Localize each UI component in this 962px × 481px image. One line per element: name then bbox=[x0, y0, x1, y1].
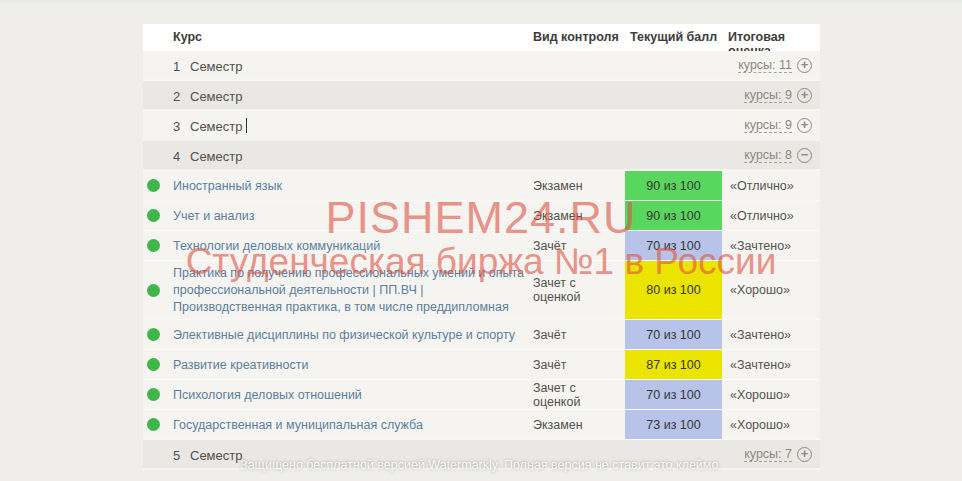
score-cell: 73 из 100 bbox=[625, 410, 722, 439]
score-cell: 70 из 100 bbox=[625, 380, 722, 409]
final-grade: «Хорошо» bbox=[730, 283, 790, 297]
expand-plus-icon[interactable]: + bbox=[797, 118, 812, 133]
final-grade: «Хорошо» bbox=[730, 418, 790, 432]
courses-count-link[interactable]: курсы: 11 bbox=[738, 58, 792, 73]
course-name-link[interactable]: Развитие креативности bbox=[173, 356, 525, 373]
courses-count-link[interactable]: курсы: 9 bbox=[744, 88, 792, 103]
score-cell: 70 из 100 bbox=[625, 231, 722, 260]
score-cell: 70 из 100 bbox=[625, 320, 722, 349]
semester-row-3: 3 Семестр курсы: 9 + bbox=[143, 111, 820, 141]
course-name-link[interactable]: Элективные дисциплины по физической куль… bbox=[173, 326, 525, 343]
score-cell: 87 из 100 bbox=[625, 350, 722, 379]
expand-plus-icon[interactable]: + bbox=[797, 88, 812, 103]
semester-number: 2 bbox=[173, 89, 180, 104]
expand-plus-icon[interactable]: + bbox=[797, 447, 812, 462]
course-name-link[interactable]: Учет и анализ bbox=[173, 207, 525, 224]
control-type: Зачёт bbox=[533, 328, 625, 342]
collapse-minus-icon[interactable]: − bbox=[797, 148, 812, 163]
final-grade: «Отлично» bbox=[730, 179, 794, 193]
header-current-score: Текущий балл bbox=[630, 30, 717, 44]
control-type: Экзамен bbox=[533, 209, 625, 223]
course-status-dot bbox=[147, 328, 160, 341]
semester-number: 5 bbox=[173, 448, 180, 463]
course-row: Иностранный язык Экзамен 90 из 100 «Отли… bbox=[143, 171, 820, 201]
course-name-link[interactable]: Технологии деловых коммуникаций bbox=[173, 237, 525, 254]
course-status-dot bbox=[147, 284, 160, 297]
course-row: Психология деловых отношений Зачет с оце… bbox=[143, 380, 820, 410]
semester-number: 1 bbox=[173, 59, 180, 74]
course-row: Развитие креативности Зачёт 87 из 100 «З… bbox=[143, 350, 820, 380]
course-row: Технологии деловых коммуникаций Зачёт 70… bbox=[143, 231, 820, 261]
semester-number: 4 bbox=[173, 149, 180, 164]
semester-label: Семестр bbox=[190, 448, 242, 463]
control-type: Зачет с оценкой bbox=[533, 381, 625, 409]
course-status-dot bbox=[147, 418, 160, 431]
course-status-dot bbox=[147, 358, 160, 371]
final-grade: «Зачтено» bbox=[730, 239, 791, 253]
semester-row-5: 5 Семестр курсы: 7 + bbox=[143, 440, 820, 470]
courses-count-link[interactable]: курсы: 9 bbox=[744, 118, 792, 133]
control-type: Экзамен bbox=[533, 179, 625, 193]
course-row: Практика по получению профессиональных у… bbox=[143, 261, 820, 320]
header-control-type: Вид контроля bbox=[533, 30, 619, 44]
text-caret bbox=[246, 118, 247, 133]
semester-row-4: 4 Семестр курсы: 8 − bbox=[143, 141, 820, 171]
course-name-link[interactable]: Психология деловых отношений bbox=[173, 386, 525, 403]
course-name-link[interactable]: Практика по получению профессиональных у… bbox=[173, 265, 525, 316]
course-status-dot bbox=[147, 388, 160, 401]
semester-row-1: 1 Семестр курсы: 11 + bbox=[143, 51, 820, 81]
semester-label: Семестр bbox=[190, 149, 242, 164]
score-cell: 80 из 100 bbox=[625, 261, 722, 319]
semester-number: 3 bbox=[173, 119, 180, 134]
expand-plus-icon[interactable]: + bbox=[797, 58, 812, 73]
course-row: Элективные дисциплины по физической куль… bbox=[143, 320, 820, 350]
control-type: Зачёт bbox=[533, 358, 625, 372]
final-grade: «Зачтено» bbox=[730, 328, 791, 342]
control-type: Зачет с оценкой bbox=[533, 276, 625, 304]
control-type: Экзамен bbox=[533, 418, 625, 432]
course-name-link[interactable]: Иностранный язык bbox=[173, 177, 525, 194]
course-status-dot bbox=[147, 239, 160, 252]
score-cell: 90 из 100 bbox=[625, 171, 722, 200]
course-status-dot bbox=[147, 209, 160, 222]
course-row: Государственная и муниципальная служба Э… bbox=[143, 410, 820, 440]
course-name-link[interactable]: Государственная и муниципальная служба bbox=[173, 416, 525, 433]
course-row: Учет и анализ Экзамен 90 из 100 «Отлично… bbox=[143, 201, 820, 231]
header-course: Курс bbox=[173, 30, 202, 44]
final-grade: «Отлично» bbox=[730, 209, 794, 223]
gradebook-table: Курс Вид контроля Текущий балл Итоговая … bbox=[143, 24, 820, 470]
final-grade: «Хорошо» bbox=[730, 388, 790, 402]
semester-label: Семестр bbox=[190, 119, 242, 134]
final-grade: «Зачтено» bbox=[730, 358, 791, 372]
semester-label: Семестр bbox=[190, 89, 242, 104]
courses-count-link[interactable]: курсы: 8 bbox=[744, 148, 792, 163]
score-cell: 90 из 100 bbox=[625, 201, 722, 230]
semester-label: Семестр bbox=[190, 59, 242, 74]
semester-row-2: 2 Семестр курсы: 9 + bbox=[143, 81, 820, 111]
course-status-dot bbox=[147, 179, 160, 192]
courses-count-link[interactable]: курсы: 7 bbox=[744, 447, 792, 462]
table-header-row: Курс Вид контроля Текущий балл Итоговая … bbox=[143, 24, 820, 51]
control-type: Зачёт bbox=[533, 239, 625, 253]
